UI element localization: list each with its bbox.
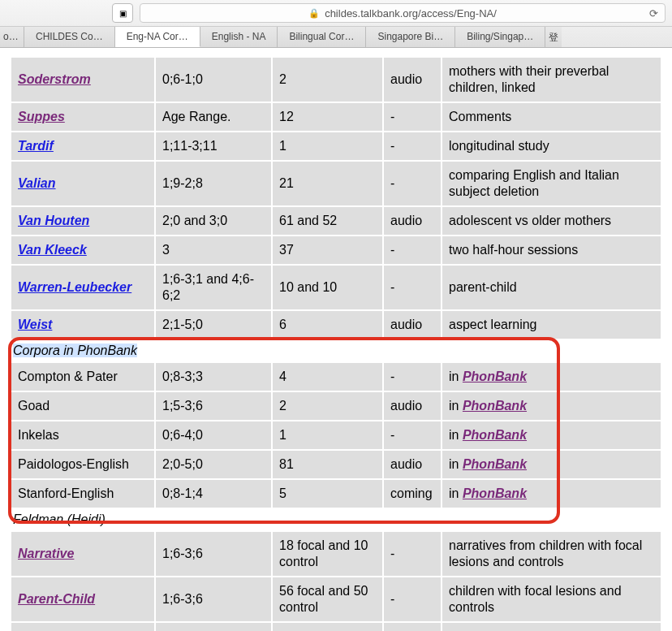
corpus-link[interactable]: Soderstrom <box>18 72 91 86</box>
corpus-link[interactable]: Valian <box>18 176 56 190</box>
table-cell: 1;6-3;6 <box>156 623 271 631</box>
table-cell: 56 focal and 50 control <box>273 577 382 621</box>
page-content: Soderstrom0;6-1;02audiomothers with thei… <box>0 48 672 631</box>
table-cell: 1;6-3;1 and 4;6-6;2 <box>156 266 271 309</box>
lock-icon: 🔒 <box>308 8 320 19</box>
table-cell: 2;0 and 3;0 <box>156 207 271 235</box>
table-row: Inkelas0;6-4;01-in PhonBank <box>11 421 661 449</box>
table-cell: in PhonBank <box>442 451 661 478</box>
browser-chrome: ▣ 🔒 childes.talkbank.org/access/Eng-NA/ … <box>0 0 672 48</box>
corpus-link[interactable]: Van Kleeck <box>18 243 87 257</box>
tab-childes[interactable]: CHILDES Co… <box>24 27 115 47</box>
table-cell: Compton & Pater <box>11 363 154 391</box>
table-cell: in PhonBank <box>442 363 661 391</box>
table-cell: parent-child <box>442 266 661 309</box>
tab-singapore[interactable]: Singapore Bi… <box>366 27 455 47</box>
cell-prefix: in <box>449 457 463 471</box>
corpora-table-top: Soderstrom0;6-1;02audiomothers with thei… <box>10 56 662 340</box>
table-cell: - <box>384 103 441 131</box>
table-row: Paidologos-English2;0-5;081audioin PhonB… <box>11 451 661 478</box>
table-row: Twins1;6-3;62 twin pairs-children with f… <box>11 623 661 631</box>
table-row: Goad1;5-3;62audioin PhonBank <box>11 392 661 420</box>
table-cell: Stanford-English <box>11 480 154 508</box>
tab-eng-na-active[interactable]: Eng-NA Cor… <box>115 27 200 47</box>
table-cell: 2;0-5;0 <box>156 451 271 478</box>
cell-prefix: in <box>449 428 463 442</box>
tab-biling-singap[interactable]: Biling/Singap… <box>455 27 545 47</box>
table-row: Narrative1;6-3;618 focal and 10 control-… <box>11 532 661 576</box>
table-cell: 1;6-3;6 <box>156 532 271 576</box>
table-cell: 1 <box>273 421 382 449</box>
corpus-link[interactable]: Weist <box>18 318 52 331</box>
table-row: Warren-Leubecker1;6-3;1 and 4;6-6;210 an… <box>11 266 661 309</box>
table-cell: children with focal lesions and twin con… <box>442 623 661 631</box>
table-row: Tardif1;11-3;111-longitudinal study <box>11 132 661 160</box>
table-cell: 0;8-3;3 <box>156 363 271 391</box>
phonbank-link[interactable]: PhonBank <box>463 457 527 471</box>
browser-toolbar: ▣ 🔒 childes.talkbank.org/access/Eng-NA/ … <box>0 0 672 26</box>
table-cell: Paidologos-English <box>11 451 154 478</box>
corpus-link[interactable]: Van Houten <box>18 214 89 227</box>
table-cell: - <box>384 132 441 160</box>
url-bar[interactable]: 🔒 childes.talkbank.org/access/Eng-NA/ ⟳ <box>140 3 666 23</box>
corpus-link[interactable]: Tardif <box>18 139 54 153</box>
table-cell: 0;8-1;4 <box>156 480 271 508</box>
table-cell: 3 <box>156 236 271 264</box>
table-cell: 1;6-3;6 <box>156 577 271 621</box>
table-row: Stanford-English0;8-1;45comingin PhonBan… <box>11 480 661 508</box>
tab-partial-left[interactable]: otst… <box>0 27 24 47</box>
table-cell: 1;9-2;8 <box>156 162 271 205</box>
table-cell: Age Range. <box>156 103 271 131</box>
table-row: Weist2;1-5;06audioaspect learning <box>11 311 661 339</box>
corpora-table-phonbank: Compton & Pater0;8-3;34-in PhonBankGoad1… <box>10 361 662 509</box>
table-cell: 5 <box>273 480 382 508</box>
table-cell: aspect learning <box>442 311 661 339</box>
table-cell: comparing English and Italian subject de… <box>442 162 661 205</box>
table-row: SuppesAge Range.12-Comments <box>11 103 661 131</box>
table-cell: - <box>384 421 441 449</box>
table-cell: longitudinal study <box>442 132 661 160</box>
table-cell: audio <box>384 392 441 420</box>
table-row: Compton & Pater0;8-3;34-in PhonBank <box>11 363 661 391</box>
tab-partial-right[interactable]: 登 <box>545 27 562 47</box>
tab-bilingual[interactable]: Bilingual Cor… <box>278 27 366 47</box>
table-cell: 2 twin pairs <box>273 623 382 631</box>
table-row: Valian1;9-2;821-comparing English and It… <box>11 162 661 205</box>
table-cell: 12 <box>273 103 382 131</box>
reload-icon[interactable]: ⟳ <box>649 7 658 19</box>
corpus-link[interactable]: Suppes <box>18 110 65 123</box>
table-cell: 1;5-3;6 <box>156 392 271 420</box>
reader-icon: ▣ <box>119 9 127 18</box>
phonbank-link[interactable]: PhonBank <box>463 428 527 442</box>
table-cell: 21 <box>273 162 382 205</box>
table-cell: 4 <box>273 363 382 391</box>
table-cell: 0;6-1;0 <box>156 58 271 102</box>
table-cell: adolescent vs older mothers <box>442 207 661 235</box>
url-text: childes.talkbank.org/access/Eng-NA/ <box>325 7 497 19</box>
table-cell: audio <box>384 451 441 478</box>
table-row: Parent-Child1;6-3;656 focal and 50 contr… <box>11 577 661 621</box>
table-cell: 81 <box>273 451 382 478</box>
reader-mode-button[interactable]: ▣ <box>112 3 133 23</box>
corpus-link[interactable]: Parent-Child <box>18 592 95 606</box>
phonbank-link[interactable]: PhonBank <box>463 370 527 383</box>
tab-english-na[interactable]: English - NA <box>200 27 278 47</box>
tab-bar: otst… CHILDES Co… Eng-NA Cor… English - … <box>0 26 672 47</box>
cell-prefix: in <box>449 370 463 383</box>
table-cell: 1 <box>273 132 382 160</box>
table-cell: coming <box>384 480 441 508</box>
table-cell: children with focal lesions and controls <box>442 577 661 621</box>
cell-prefix: in <box>449 399 463 413</box>
table-cell: Inkelas <box>11 421 154 449</box>
table-cell: in PhonBank <box>442 480 661 508</box>
phonbank-link[interactable]: PhonBank <box>463 486 527 500</box>
phonbank-link[interactable]: PhonBank <box>463 399 527 413</box>
table-cell: mothers with their preverbal children, l… <box>442 58 661 102</box>
corpus-link[interactable]: Warren-Leubecker <box>18 280 131 294</box>
corpus-link[interactable]: Narrative <box>18 547 74 560</box>
table-cell: 37 <box>273 236 382 264</box>
table-cell: 1;11-3;11 <box>156 132 271 160</box>
table-cell: 6 <box>273 311 382 339</box>
table-cell: audio <box>384 311 441 339</box>
table-cell: - <box>384 236 441 264</box>
